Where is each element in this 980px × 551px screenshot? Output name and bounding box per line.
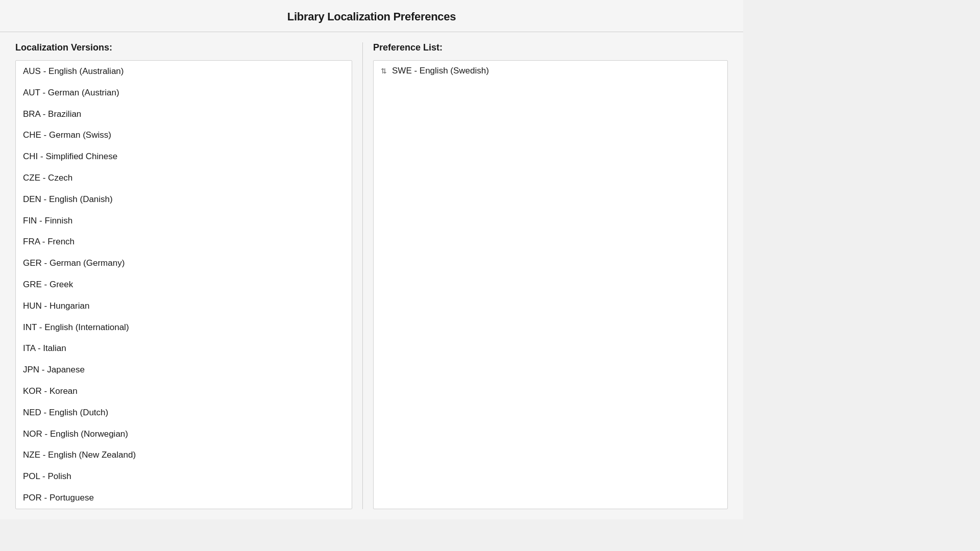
list-item[interactable]: GRE - Greek xyxy=(16,274,352,295)
list-item[interactable]: POR - Portuguese xyxy=(16,487,352,509)
list-item[interactable]: FRA - French xyxy=(16,231,352,253)
list-item[interactable]: KOR - Korean xyxy=(16,381,352,402)
list-item[interactable]: NZE - English (New Zealand) xyxy=(16,444,352,466)
list-item[interactable]: INT - English (International) xyxy=(16,317,352,338)
list-item[interactable]: GER - German (Germany) xyxy=(16,253,352,274)
list-item[interactable]: HUN - Hungarian xyxy=(16,295,352,317)
preference-list[interactable]: ⇅SWE - English (Swedish) xyxy=(373,60,728,509)
list-item[interactable]: ITA - Italian xyxy=(16,338,352,359)
list-item[interactable]: CHI - Simplified Chinese xyxy=(16,146,352,167)
content-area: Localization Versions: AUS - English (Au… xyxy=(0,32,743,519)
list-item[interactable]: FIN - Finnish xyxy=(16,210,352,232)
preference-item[interactable]: ⇅SWE - English (Swedish) xyxy=(374,61,727,81)
panel-divider xyxy=(362,42,363,509)
list-item[interactable]: NOR - English (Norwegian) xyxy=(16,423,352,445)
preference-item-label: SWE - English (Swedish) xyxy=(392,66,489,76)
left-panel: Localization Versions: AUS - English (Au… xyxy=(15,42,352,509)
title-bar: Library Localization Preferences xyxy=(0,0,743,32)
list-item[interactable]: CZE - Czech xyxy=(16,167,352,189)
list-item[interactable]: NED - English (Dutch) xyxy=(16,402,352,423)
main-window: Library Localization Preferences Localiz… xyxy=(0,0,743,519)
localization-versions-header: Localization Versions: xyxy=(15,42,352,53)
list-item[interactable]: CHE - German (Swiss) xyxy=(16,124,352,146)
reorder-icon[interactable]: ⇅ xyxy=(381,67,387,75)
right-panel: Preference List: ⇅SWE - English (Swedish… xyxy=(373,42,728,509)
list-item[interactable]: DEN - English (Danish) xyxy=(16,189,352,210)
list-item[interactable]: AUT - German (Austrian) xyxy=(16,82,352,104)
localization-list[interactable]: AUS - English (Australian)AUT - German (… xyxy=(15,60,352,509)
list-item[interactable]: JPN - Japanese xyxy=(16,359,352,381)
list-item[interactable]: POL - Polish xyxy=(16,466,352,487)
list-item[interactable]: BRA - Brazilian xyxy=(16,104,352,125)
preference-list-header: Preference List: xyxy=(373,42,728,53)
window-title: Library Localization Preferences xyxy=(0,10,743,23)
list-item[interactable]: AUS - English (Australian) xyxy=(16,61,352,82)
